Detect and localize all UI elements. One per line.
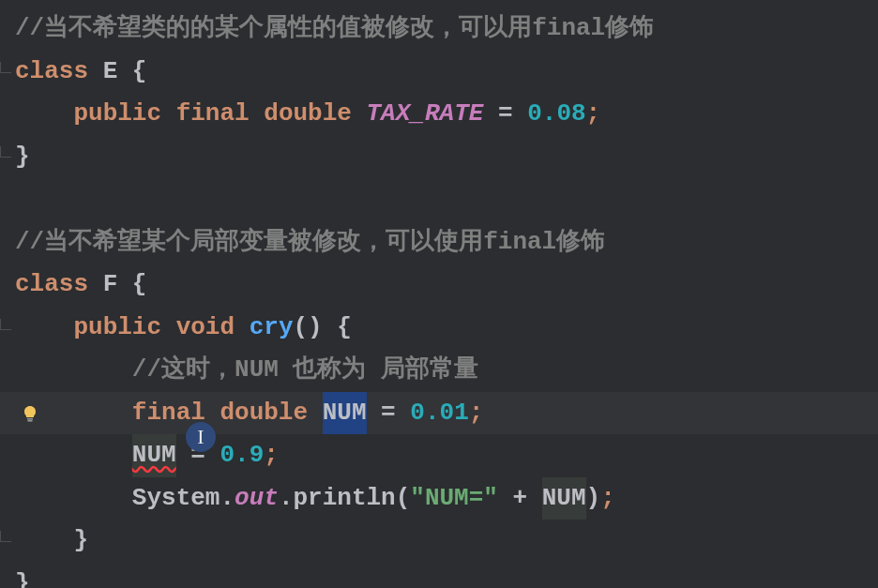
plus-operator: +: [513, 477, 528, 520]
var-num-usage: NUM: [542, 477, 586, 520]
open-paren: (: [396, 477, 411, 520]
code-editor[interactable]: //当不希望类的的某个属性的值被修改，可以用final修饰 class E { …: [15, 8, 878, 588]
method-println: println: [293, 477, 395, 520]
fold-marker[interactable]: [0, 62, 11, 73]
open-brace: {: [132, 264, 147, 307]
keyword-class: class: [15, 51, 88, 94]
code-line[interactable]: //当不希望类的的某个属性的值被修改，可以用final修饰: [15, 8, 878, 51]
close-brace: }: [73, 520, 88, 563]
dot-operator: .: [220, 477, 235, 520]
string-literal: "NUM=": [410, 477, 498, 520]
keyword-public: public: [73, 93, 161, 136]
close-brace: }: [15, 563, 30, 589]
var-num-error: NUM: [132, 434, 176, 477]
code-line[interactable]: }: [15, 136, 878, 179]
code-line[interactable]: NUM = 0.9;: [15, 434, 878, 477]
code-line[interactable]: }: [15, 563, 878, 589]
keyword-class: class: [15, 264, 88, 307]
method-name-cry: cry: [250, 307, 294, 350]
number-literal: 0.9: [220, 434, 264, 477]
text-cursor-indicator-icon: [186, 422, 216, 452]
field-out: out: [235, 477, 279, 520]
class-name-E: E: [103, 51, 118, 94]
keyword-double: double: [264, 93, 352, 136]
comment-text: //当不希望类的的某个属性的值被修改，可以用final修饰: [15, 8, 654, 51]
svg-rect-0: [27, 418, 33, 420]
close-paren: ): [308, 307, 323, 350]
number-literal: 0.01: [410, 392, 468, 435]
fold-marker[interactable]: [0, 319, 11, 330]
class-name-F: F: [103, 264, 118, 307]
keyword-double: double: [220, 392, 308, 435]
equals-operator: =: [381, 392, 396, 435]
fold-marker[interactable]: [0, 146, 11, 158]
fold-marker[interactable]: [0, 531, 11, 542]
field-tax-rate: TAX_RATE: [367, 93, 484, 136]
code-line[interactable]: //这时，NUM 也称为 局部常量: [15, 349, 878, 392]
equals-operator: =: [498, 93, 513, 136]
semicolon: ;: [600, 477, 615, 520]
close-paren: ): [586, 477, 601, 520]
semicolon: ;: [586, 93, 601, 136]
dot-operator: .: [279, 477, 294, 520]
code-line[interactable]: class E {: [15, 51, 878, 94]
intention-bulb-icon[interactable]: [21, 396, 39, 415]
code-line[interactable]: public final double TAX_RATE = 0.08;: [15, 93, 878, 136]
semicolon: ;: [264, 434, 279, 477]
code-line[interactable]: class F {: [15, 264, 878, 307]
keyword-public: public: [73, 307, 161, 350]
gutter: [0, 0, 15, 588]
code-line[interactable]: }: [15, 520, 878, 563]
svg-rect-1: [28, 420, 33, 422]
close-brace: }: [15, 136, 30, 179]
open-brace: {: [132, 51, 147, 94]
number-literal: 0.08: [527, 93, 585, 136]
open-brace: {: [337, 307, 352, 350]
class-system: System: [132, 477, 220, 520]
var-num-highlighted: NUM: [323, 392, 367, 435]
comment-text: //当不希望某个局部变量被修改，可以使用final修饰: [15, 221, 605, 264]
keyword-final: final: [176, 93, 250, 136]
semicolon: ;: [469, 392, 484, 435]
open-paren: (: [294, 307, 309, 350]
code-line[interactable]: [15, 178, 878, 221]
comment-text: //这时，NUM 也称为 局部常量: [132, 349, 478, 392]
code-line[interactable]: System.out.println("NUM=" + NUM);: [15, 477, 878, 520]
code-line[interactable]: public void cry() {: [15, 307, 878, 350]
code-line-active[interactable]: final double NUM = 0.01;: [0, 392, 878, 435]
code-line[interactable]: //当不希望某个局部变量被修改，可以使用final修饰: [15, 221, 878, 264]
keyword-void: void: [176, 307, 235, 350]
